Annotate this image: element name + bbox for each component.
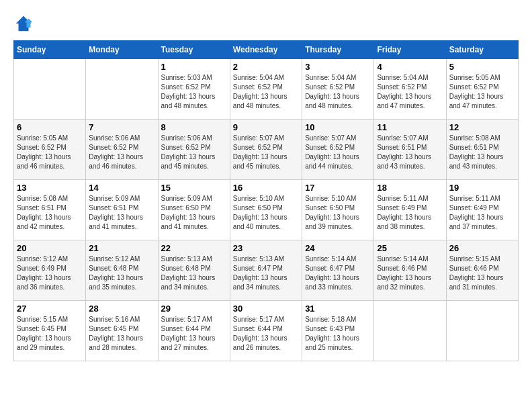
day-number: 10	[305, 122, 371, 132]
calendar-week-row: 6Sunrise: 5:05 AM Sunset: 6:52 PM Daylig…	[14, 120, 519, 180]
calendar-cell: 25Sunrise: 5:14 AM Sunset: 6:46 PM Dayli…	[374, 240, 446, 301]
day-number: 24	[305, 243, 371, 253]
day-number: 7	[89, 122, 154, 132]
day-info: Sunrise: 5:03 AM Sunset: 6:52 PM Dayligh…	[161, 73, 227, 111]
calendar: SundayMondayTuesdayWednesdayThursdayFrid…	[13, 40, 519, 361]
day-number: 2	[233, 62, 299, 72]
calendar-cell: 17Sunrise: 5:10 AM Sunset: 6:50 PM Dayli…	[302, 180, 374, 240]
day-info: Sunrise: 5:16 AM Sunset: 6:45 PM Dayligh…	[89, 315, 154, 353]
day-number: 23	[233, 243, 299, 253]
day-info: Sunrise: 5:04 AM Sunset: 6:52 PM Dayligh…	[305, 73, 371, 111]
day-info: Sunrise: 5:17 AM Sunset: 6:44 PM Dayligh…	[233, 315, 299, 353]
calendar-cell: 31Sunrise: 5:18 AM Sunset: 6:43 PM Dayli…	[302, 301, 374, 361]
calendar-cell: 18Sunrise: 5:11 AM Sunset: 6:49 PM Dayli…	[374, 180, 446, 240]
calendar-cell: 16Sunrise: 5:10 AM Sunset: 6:50 PM Dayli…	[230, 180, 302, 240]
calendar-cell: 20Sunrise: 5:12 AM Sunset: 6:49 PM Dayli…	[14, 240, 86, 301]
calendar-cell: 9Sunrise: 5:07 AM Sunset: 6:52 PM Daylig…	[230, 120, 302, 180]
day-number: 5	[449, 62, 515, 72]
day-number: 12	[449, 122, 515, 132]
weekday-header: Saturday	[446, 41, 518, 59]
day-info: Sunrise: 5:12 AM Sunset: 6:49 PM Dayligh…	[17, 255, 83, 292]
day-info: Sunrise: 5:09 AM Sunset: 6:50 PM Dayligh…	[161, 194, 227, 232]
calendar-cell: 28Sunrise: 5:16 AM Sunset: 6:45 PM Dayli…	[86, 301, 158, 361]
day-info: Sunrise: 5:09 AM Sunset: 6:51 PM Dayligh…	[89, 194, 154, 232]
calendar-cell	[86, 59, 158, 120]
weekday-row: SundayMondayTuesdayWednesdayThursdayFrid…	[14, 41, 519, 59]
day-number: 19	[449, 183, 515, 193]
calendar-header: SundayMondayTuesdayWednesdayThursdayFrid…	[14, 41, 519, 59]
calendar-week-row: 20Sunrise: 5:12 AM Sunset: 6:49 PM Dayli…	[14, 240, 519, 301]
calendar-cell: 26Sunrise: 5:15 AM Sunset: 6:46 PM Dayli…	[446, 240, 518, 301]
day-info: Sunrise: 5:13 AM Sunset: 6:47 PM Dayligh…	[233, 255, 299, 292]
day-number: 28	[89, 304, 154, 314]
calendar-cell: 1Sunrise: 5:03 AM Sunset: 6:52 PM Daylig…	[158, 59, 230, 120]
calendar-cell: 12Sunrise: 5:08 AM Sunset: 6:51 PM Dayli…	[446, 120, 518, 180]
calendar-cell: 23Sunrise: 5:13 AM Sunset: 6:47 PM Dayli…	[230, 240, 302, 301]
day-info: Sunrise: 5:04 AM Sunset: 6:52 PM Dayligh…	[233, 73, 299, 111]
day-number: 25	[377, 243, 443, 253]
calendar-cell: 22Sunrise: 5:13 AM Sunset: 6:48 PM Dayli…	[158, 240, 230, 301]
day-info: Sunrise: 5:11 AM Sunset: 6:49 PM Dayligh…	[449, 194, 515, 232]
day-info: Sunrise: 5:07 AM Sunset: 6:52 PM Dayligh…	[233, 134, 299, 171]
day-number: 4	[377, 62, 443, 72]
day-number: 15	[161, 183, 227, 193]
calendar-cell: 21Sunrise: 5:12 AM Sunset: 6:48 PM Dayli…	[86, 240, 158, 301]
day-number: 26	[449, 243, 515, 253]
weekday-header: Wednesday	[230, 41, 302, 59]
day-number: 29	[161, 304, 227, 314]
day-info: Sunrise: 5:15 AM Sunset: 6:46 PM Dayligh…	[449, 255, 515, 292]
day-number: 9	[233, 122, 299, 132]
day-info: Sunrise: 5:10 AM Sunset: 6:50 PM Dayligh…	[233, 194, 299, 232]
calendar-cell: 10Sunrise: 5:07 AM Sunset: 6:52 PM Dayli…	[302, 120, 374, 180]
calendar-cell: 19Sunrise: 5:11 AM Sunset: 6:49 PM Dayli…	[446, 180, 518, 240]
day-number: 11	[377, 122, 443, 132]
calendar-cell: 7Sunrise: 5:06 AM Sunset: 6:52 PM Daylig…	[86, 120, 158, 180]
day-number: 18	[377, 183, 443, 193]
day-number: 1	[161, 62, 227, 72]
day-info: Sunrise: 5:18 AM Sunset: 6:43 PM Dayligh…	[305, 315, 371, 353]
weekday-header: Sunday	[14, 41, 86, 59]
day-number: 22	[161, 243, 227, 253]
calendar-body: 1Sunrise: 5:03 AM Sunset: 6:52 PM Daylig…	[14, 59, 519, 361]
day-number: 20	[17, 243, 83, 253]
calendar-week-row: 1Sunrise: 5:03 AM Sunset: 6:52 PM Daylig…	[14, 59, 519, 120]
day-info: Sunrise: 5:08 AM Sunset: 6:51 PM Dayligh…	[449, 134, 515, 171]
day-info: Sunrise: 5:14 AM Sunset: 6:47 PM Dayligh…	[305, 255, 371, 292]
calendar-cell: 14Sunrise: 5:09 AM Sunset: 6:51 PM Dayli…	[86, 180, 158, 240]
day-info: Sunrise: 5:07 AM Sunset: 6:52 PM Dayligh…	[305, 134, 371, 171]
calendar-cell: 4Sunrise: 5:04 AM Sunset: 6:52 PM Daylig…	[374, 59, 446, 120]
day-number: 21	[89, 243, 154, 253]
calendar-cell	[14, 59, 86, 120]
calendar-week-row: 27Sunrise: 5:15 AM Sunset: 6:45 PM Dayli…	[14, 301, 519, 361]
day-number: 31	[305, 304, 371, 314]
calendar-cell: 3Sunrise: 5:04 AM Sunset: 6:52 PM Daylig…	[302, 59, 374, 120]
logo-icon	[13, 13, 34, 34]
logo	[13, 13, 36, 34]
day-number: 8	[161, 122, 227, 132]
calendar-cell: 2Sunrise: 5:04 AM Sunset: 6:52 PM Daylig…	[230, 59, 302, 120]
calendar-cell: 11Sunrise: 5:07 AM Sunset: 6:51 PM Dayli…	[374, 120, 446, 180]
day-number: 17	[305, 183, 371, 193]
day-number: 6	[17, 122, 83, 132]
calendar-cell: 30Sunrise: 5:17 AM Sunset: 6:44 PM Dayli…	[230, 301, 302, 361]
calendar-cell: 29Sunrise: 5:17 AM Sunset: 6:44 PM Dayli…	[158, 301, 230, 361]
day-number: 16	[233, 183, 299, 193]
header	[13, 13, 519, 34]
day-info: Sunrise: 5:05 AM Sunset: 6:52 PM Dayligh…	[449, 73, 515, 111]
calendar-cell: 27Sunrise: 5:15 AM Sunset: 6:45 PM Dayli…	[14, 301, 86, 361]
day-number: 13	[17, 183, 83, 193]
calendar-cell	[374, 301, 446, 361]
weekday-header: Monday	[86, 41, 158, 59]
day-info: Sunrise: 5:04 AM Sunset: 6:52 PM Dayligh…	[377, 73, 443, 111]
day-number: 14	[89, 183, 154, 193]
calendar-cell: 15Sunrise: 5:09 AM Sunset: 6:50 PM Dayli…	[158, 180, 230, 240]
day-info: Sunrise: 5:06 AM Sunset: 6:52 PM Dayligh…	[161, 134, 227, 171]
calendar-week-row: 13Sunrise: 5:08 AM Sunset: 6:51 PM Dayli…	[14, 180, 519, 240]
calendar-cell: 5Sunrise: 5:05 AM Sunset: 6:52 PM Daylig…	[446, 59, 518, 120]
day-info: Sunrise: 5:07 AM Sunset: 6:51 PM Dayligh…	[377, 134, 443, 171]
day-info: Sunrise: 5:17 AM Sunset: 6:44 PM Dayligh…	[161, 315, 227, 353]
day-number: 27	[17, 304, 83, 314]
calendar-cell: 6Sunrise: 5:05 AM Sunset: 6:52 PM Daylig…	[14, 120, 86, 180]
day-info: Sunrise: 5:08 AM Sunset: 6:51 PM Dayligh…	[17, 194, 83, 232]
calendar-cell: 24Sunrise: 5:14 AM Sunset: 6:47 PM Dayli…	[302, 240, 374, 301]
